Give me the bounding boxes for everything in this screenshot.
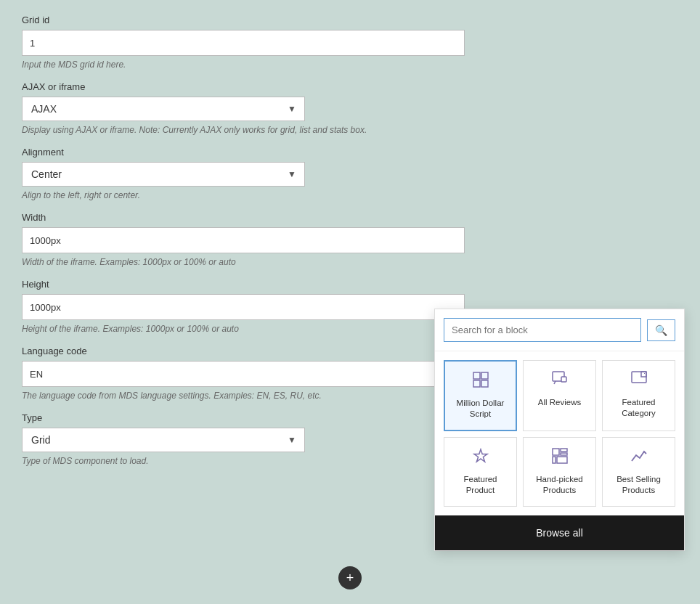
width-hint: Width of the iframe. Examples: 1000px or… [22,257,450,267]
ajax-label: AJAX or iframe [22,81,450,92]
trend-icon [631,448,647,468]
svg-rect-11 [553,457,555,463]
block-search-input[interactable] [444,318,641,342]
svg-rect-8 [553,449,559,455]
type-field: Type Grid List Stats Box ▼ Type of MDS c… [22,412,450,466]
block-item-million-dollar-script[interactable]: Million Dollar Script [444,360,517,431]
type-select[interactable]: Grid List Stats Box [22,428,305,452]
block-label-best-selling-products: Best Selling Products [609,474,669,496]
language-field: Language code The language code from MDS… [22,346,450,401]
block-picker-search-area: 🔍 [435,309,684,351]
ajax-select-wrapper: AJAX iframe ▼ [22,97,305,121]
height-field: Height Height of the iframe. Examples: 1… [22,279,450,334]
block-item-all-reviews[interactable]: All Reviews [523,360,596,431]
block-label-million-dollar-script: Million Dollar Script [451,398,510,420]
ajax-hint: Display using AJAX or iframe. Note: Curr… [22,125,450,135]
form-container: Grid id Input the MDS grid id here. AJAX… [0,0,472,492]
type-hint: Type of MDS component to load. [22,456,450,466]
ajax-field: AJAX or iframe AJAX iframe ▼ Display usi… [22,81,450,135]
ajax-select[interactable]: AJAX iframe [22,97,305,121]
alignment-select[interactable]: Left Center Right [22,162,305,187]
alignment-label: Alignment [22,147,450,158]
featured-category-icon [631,371,647,391]
svg-rect-2 [473,380,480,387]
block-search-button[interactable]: 🔍 [647,319,675,341]
grid-icon [473,372,489,392]
block-item-featured-product[interactable]: Featured Product [444,437,517,507]
svg-rect-7 [641,372,646,377]
width-label: Width [22,212,450,223]
width-field: Width Width of the iframe. Examples: 100… [22,212,450,267]
svg-rect-10 [561,453,567,455]
alignment-field: Alignment Left Center Right ▼ Align to t… [22,147,450,200]
block-grid: Million Dollar Script All Reviews [435,351,684,515]
width-input[interactable] [22,227,465,253]
block-label-featured-product: Featured Product [450,474,510,496]
grid-id-hint: Input the MDS grid id here. [22,60,450,70]
svg-rect-12 [557,457,567,463]
language-hint: The language code from MDS language sett… [22,391,450,401]
svg-rect-9 [561,449,567,452]
browse-all-button[interactable]: Browse all [435,515,684,550]
block-label-hand-picked-products: Hand-picked Products [529,474,590,496]
add-block-button[interactable]: + [338,566,362,589]
block-label-all-reviews: All Reviews [538,397,581,408]
block-item-best-selling-products[interactable]: Best Selling Products [602,437,675,507]
svg-rect-0 [473,372,480,379]
blocks-icon [552,448,568,468]
language-label: Language code [22,346,450,356]
language-input[interactable] [22,361,465,387]
height-label: Height [22,279,450,290]
svg-rect-5 [561,377,566,382]
grid-id-input[interactable] [22,30,465,56]
height-input[interactable] [22,294,465,320]
search-icon: 🔍 [655,325,667,336]
grid-id-field: Grid id Input the MDS grid id here. [22,15,450,70]
type-label: Type [22,412,450,423]
svg-rect-1 [481,372,488,379]
block-picker: 🔍 Million Dollar Script [434,309,685,551]
chat-icon [552,371,568,391]
alignment-hint: Align to the left, right or center. [22,190,450,200]
block-label-featured-category: Featured Category [609,397,669,419]
block-item-featured-category[interactable]: Featured Category [602,360,675,431]
type-select-wrapper: Grid List Stats Box ▼ [22,428,305,452]
svg-rect-3 [481,380,488,387]
grid-id-label: Grid id [22,15,450,25]
alignment-select-wrapper: Left Center Right ▼ [22,162,305,187]
star-icon [473,448,489,468]
block-item-hand-picked-products[interactable]: Hand-picked Products [523,437,596,507]
height-hint: Height of the iframe. Examples: 1000px o… [22,324,450,334]
